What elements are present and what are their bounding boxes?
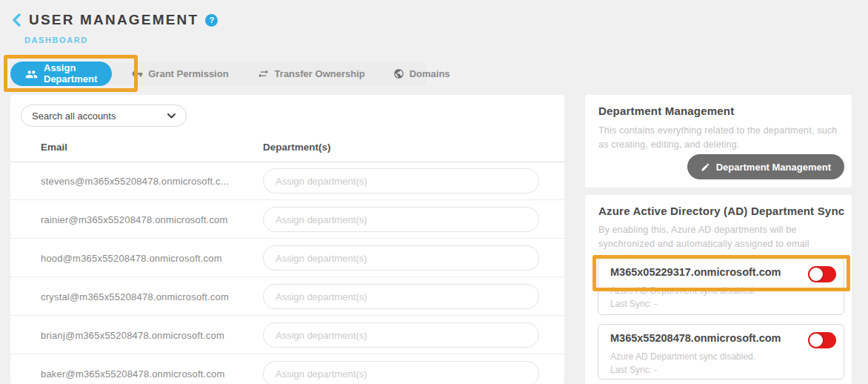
accounts-panel: Search all accounts Email Department(s) … (10, 95, 564, 384)
account-email: rainier@m365x55208478.onmicrosoft.com (41, 200, 228, 239)
assign-department-input[interactable] (263, 322, 539, 348)
sync-toggle[interactable] (808, 266, 836, 282)
table-row: hood@m365x55208478.onmicrosoft.com (10, 239, 564, 277)
sync-last-sync: Last Sync: - (610, 299, 657, 309)
assign-department-input[interactable] (263, 361, 539, 384)
tab-transfer-ownership[interactable]: Transfer Ownership (246, 62, 376, 85)
help-icon[interactable]: ? (205, 14, 218, 27)
sync-status: Azure AD Department sync disabled. (610, 351, 755, 362)
search-accounts-label: Search all accounts (32, 110, 116, 122)
search-accounts-dropdown[interactable]: Search all accounts (21, 105, 187, 127)
department-management-title: Department Management (598, 105, 734, 117)
assign-department-input[interactable] (263, 245, 539, 271)
tab-label: Assign Department (44, 62, 97, 85)
column-header-departments: Department(s) (263, 142, 331, 153)
department-management-button-label: Department Management (716, 162, 831, 173)
assign-department-input[interactable] (263, 207, 539, 232)
account-email: stevens@m365x55208478.onmicrosoft.c... (41, 162, 229, 200)
back-chevron-icon[interactable] (12, 13, 22, 27)
table-row: stevens@m365x55208478.onmicrosoft.c... (10, 162, 564, 200)
account-email: crystal@m365x55208478.onmicrosoft.com (41, 277, 229, 316)
account-email: baker@m365x55208478.onmicrosoft.com (41, 354, 225, 384)
department-management-button[interactable]: Department Management (687, 154, 844, 179)
breadcrumb[interactable]: DASHBOARD (24, 36, 88, 44)
tab-label: Domains (410, 68, 450, 79)
sync-domain-card: M365x05229317.onmicrosoft.com Azure AD D… (598, 258, 844, 315)
tab-label: Grant Permission (148, 68, 228, 79)
table-row: brianj@m365x55208478.onmicrosoft.com (10, 316, 564, 354)
tab-assign-department[interactable]: Assign Department (10, 62, 112, 86)
column-header-email: Email (41, 142, 67, 153)
chevron-down-icon (167, 113, 176, 119)
sync-domain-card: M365x55208478.onmicrosoft.com Azure AD D… (598, 324, 844, 380)
globe-icon (393, 68, 404, 79)
tab-grant-permission[interactable]: Grant Permission (121, 62, 239, 85)
account-email: brianj@m365x55208478.onmicrosoft.com (41, 316, 224, 354)
key-icon (132, 68, 143, 79)
department-management-panel: Department Management This contains ever… (585, 95, 852, 188)
sync-domain-name: M365x05229317.onmicrosoft.com (610, 266, 781, 278)
account-email: hood@m365x55208478.onmicrosoft.com (41, 239, 222, 277)
toggle-knob (809, 268, 823, 281)
department-management-description: This contains everything related to the … (598, 124, 841, 152)
table-row: baker@m365x55208478.onmicrosoft.com (10, 354, 564, 384)
transfer-arrows-icon (257, 68, 270, 79)
tab-label: Transfer Ownership (275, 68, 365, 79)
page-header: USER MANAGEMENT ? (12, 12, 218, 28)
table-row: crystal@m365x55208478.onmicrosoft.com (10, 277, 564, 316)
sync-status: Azure AD Department sync disabled. (610, 285, 755, 296)
tab-bar: Assign Department Grant Permission Trans… (10, 62, 427, 85)
toggle-knob (809, 334, 823, 347)
ad-sync-title: Azure Active Directory (AD) Department S… (598, 205, 844, 217)
assign-department-input[interactable] (263, 284, 539, 309)
pencil-icon (701, 162, 710, 172)
sync-last-sync: Last Sync: - (610, 365, 657, 375)
sync-toggle[interactable] (808, 332, 836, 348)
tab-domains[interactable]: Domains (382, 62, 461, 85)
table-row: rainier@m365x55208478.onmicrosoft.com (10, 200, 564, 239)
assign-department-input[interactable] (263, 168, 539, 193)
ad-sync-panel: Azure Active Directory (AD) Department S… (585, 195, 852, 384)
sync-domain-name: M365x55208478.onmicrosoft.com (610, 332, 781, 344)
page-title: USER MANAGEMENT (29, 12, 198, 28)
user-management-screen: USER MANAGEMENT ? DASHBOARD Assign Depar… (0, 0, 868, 384)
users-icon (25, 69, 38, 79)
